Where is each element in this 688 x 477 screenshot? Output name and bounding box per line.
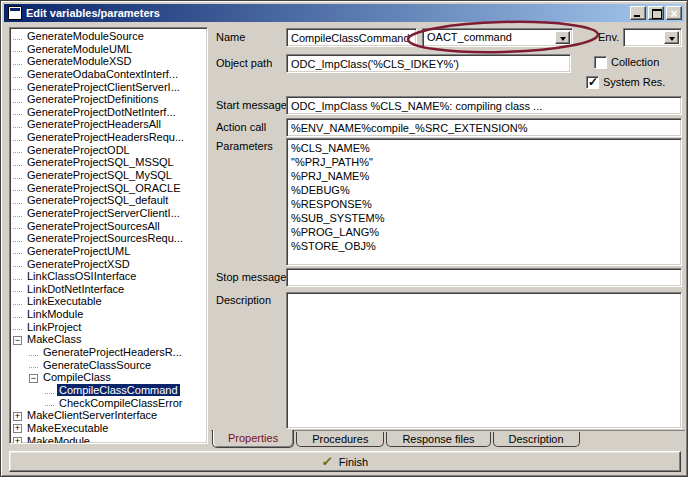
- tree-item[interactable]: LinkExecutable: [13, 295, 207, 308]
- tree-item[interactable]: GenerateProjectSourcesRequ...: [13, 232, 207, 245]
- tree-connector: [29, 351, 38, 356]
- env-label: Env.: [598, 28, 619, 47]
- tree-item[interactable]: +MakeClientServerInterface: [13, 409, 207, 422]
- tab-description[interactable]: Description: [493, 432, 580, 447]
- tree-item-label: GenerateProjectSQL_default: [25, 194, 170, 206]
- title-bar[interactable]: Edit variables/parameters: [4, 4, 684, 22]
- tree-connector: [13, 237, 22, 242]
- object-path-label: Object path: [216, 54, 272, 73]
- tree-item-label: GenerateProjectSQL_MSSQL: [25, 156, 176, 168]
- description-textarea[interactable]: [286, 292, 682, 429]
- system-res-label: System Res.: [603, 73, 665, 92]
- command-type-value: OACT_command: [427, 31, 554, 43]
- env-dropdown[interactable]: [623, 28, 682, 47]
- tree-item[interactable]: GenerateProjectUML: [13, 245, 207, 258]
- tree-item[interactable]: GenerateProjectSQL_MySQL: [13, 169, 207, 182]
- tree-connector: [13, 85, 22, 90]
- chevron-down-icon[interactable]: [555, 31, 570, 44]
- tab-properties[interactable]: Properties: [212, 430, 294, 448]
- tab-procedures[interactable]: Procedures: [296, 432, 384, 447]
- tree-item[interactable]: GenerateProjectServerClientI...: [13, 207, 207, 220]
- command-type-dropdown[interactable]: OACT_command: [422, 28, 573, 47]
- tree-item-label: LinkClassOSIInterface: [25, 270, 138, 282]
- tree-item-label: GenerateProjectODL: [25, 144, 132, 156]
- tab-label: Description: [509, 433, 564, 445]
- minimize-button[interactable]: [630, 6, 646, 20]
- tree-item-label: LinkExecutable: [25, 295, 104, 307]
- tree-connector: [29, 363, 38, 368]
- tree-item-label: GenerateProjectClientServerI...: [25, 81, 182, 93]
- tree-item[interactable]: GenerateProjectSQL_default: [13, 194, 207, 207]
- tree-connector: [13, 224, 22, 229]
- action-call-input[interactable]: [286, 118, 682, 137]
- start-message-input[interactable]: [286, 96, 682, 115]
- tree-item-label: GenerateProjectSQL_MySQL: [25, 169, 174, 181]
- tree-connector: [13, 262, 22, 267]
- tab-bar: PropertiesProceduresResponse filesDescri…: [211, 430, 685, 449]
- tree-item[interactable]: LinkDotNetInterface: [13, 283, 207, 296]
- expand-icon[interactable]: +: [13, 424, 22, 433]
- tree-item-label: GenerateModuleXSD: [25, 55, 134, 67]
- tree-item[interactable]: GenerateProjectSQL_MSSQL: [13, 156, 207, 169]
- system-res-checkbox[interactable]: [586, 76, 599, 89]
- tree-connector: [13, 136, 22, 141]
- tree-item[interactable]: LinkModule: [13, 308, 207, 321]
- name-input[interactable]: [286, 28, 417, 47]
- tree-item-label: GenerateProjectServerClientI...: [25, 207, 182, 219]
- tree-item[interactable]: −CompileClass: [13, 371, 207, 384]
- tree-item-label: GenerateProjectXSD: [25, 258, 132, 270]
- window-controls: [630, 6, 682, 20]
- tree-item[interactable]: −MakeClass: [13, 333, 207, 346]
- tree-connector: [13, 123, 22, 128]
- tree-item[interactable]: LinkProject: [13, 321, 207, 334]
- tree-item[interactable]: GenerateOdabaContextInterf...: [13, 68, 207, 81]
- tree-item[interactable]: GenerateProjectXSD: [13, 258, 207, 271]
- description-label: Description: [216, 294, 271, 307]
- tree-connector: [13, 174, 22, 179]
- tree-item[interactable]: GenerateClassSource: [13, 359, 207, 372]
- object-path-input[interactable]: [286, 54, 571, 73]
- tree-item[interactable]: CompileClassCommand: [13, 384, 207, 397]
- tree-item[interactable]: GenerateProjectDotNetInterf...: [13, 106, 207, 119]
- collection-checkbox[interactable]: [594, 56, 607, 69]
- tree-item-label: GenerateModuleUML: [25, 43, 134, 55]
- chevron-down-icon[interactable]: [664, 31, 679, 44]
- tree-item[interactable]: GenerateProjectODL: [13, 144, 207, 157]
- app-icon[interactable]: [8, 6, 22, 20]
- edit-variables-dialog: Edit variables/parameters GenerateModule…: [0, 0, 688, 477]
- tree-item[interactable]: GenerateModuleSource: [13, 30, 207, 43]
- tree-item[interactable]: GenerateProjectClientServerI...: [13, 81, 207, 94]
- variables-tree[interactable]: GenerateModuleSourceGenerateModuleUMLGen…: [9, 27, 208, 444]
- tree-item[interactable]: CheckCompileClassError: [13, 397, 207, 410]
- tree-item[interactable]: GenerateProjectHeadersR...: [13, 346, 207, 359]
- tree-item[interactable]: GenerateProjectHeadersRequ...: [13, 131, 207, 144]
- tree-item[interactable]: LinkClassOSIInterface: [13, 270, 207, 283]
- finish-button[interactable]: ✓ Finish: [9, 451, 681, 472]
- tree-item[interactable]: +MakeModule: [13, 435, 207, 445]
- tree-item-label: MakeModule: [25, 435, 92, 445]
- tree-connector: [45, 389, 54, 394]
- tab-response-files[interactable]: Response files: [386, 432, 490, 447]
- tree-connector: [13, 60, 22, 65]
- tree-item[interactable]: GenerateModuleXSD: [13, 55, 207, 68]
- tree-item[interactable]: +MakeExecutable: [13, 422, 207, 435]
- tree-item[interactable]: GenerateProjectDefinitions: [13, 93, 207, 106]
- maximize-button[interactable]: [648, 6, 664, 20]
- collapse-icon[interactable]: −: [29, 374, 38, 383]
- tree-item[interactable]: GenerateProjectSQL_ORACLE: [13, 182, 207, 195]
- stop-message-input[interactable]: [286, 268, 682, 287]
- expand-icon[interactable]: +: [13, 437, 22, 444]
- tree-item[interactable]: GenerateModuleUML: [13, 43, 207, 56]
- parameters-textarea[interactable]: %CLS_NAME% "%PRJ_PATH%" %PRJ_NAME% %DEBU…: [286, 138, 682, 266]
- collapse-icon[interactable]: −: [13, 336, 22, 345]
- tree-connector: [13, 325, 22, 330]
- checkmark-icon: ✓: [321, 454, 334, 469]
- tree-item-label: GenerateProjectHeadersAll: [25, 118, 163, 130]
- tree-connector: [13, 300, 22, 305]
- close-button[interactable]: [666, 6, 682, 20]
- tree-item[interactable]: GenerateProjectHeadersAll: [13, 118, 207, 131]
- tree-item[interactable]: GenerateProjectSourcesAll: [13, 220, 207, 233]
- tree-item-label: GenerateProjectSourcesAll: [25, 220, 162, 232]
- tree-item-label: GenerateModuleSource: [25, 30, 146, 42]
- expand-icon[interactable]: +: [13, 412, 22, 421]
